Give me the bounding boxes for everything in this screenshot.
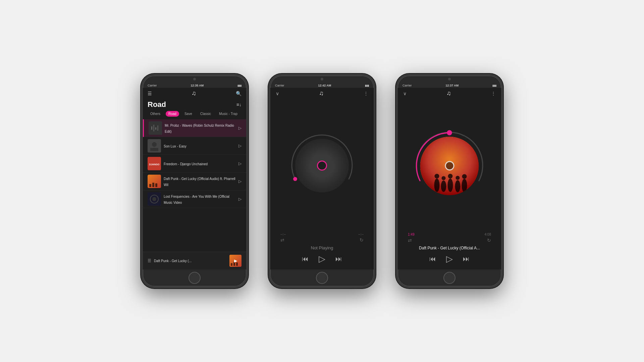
- chevron-down-icon-3[interactable]: ∨: [403, 91, 407, 96]
- song-info-1: Mr. Probz - Waves (Robin Schulz Remix Ra…: [165, 122, 236, 134]
- svg-point-29: [448, 174, 453, 178]
- repeat-btn-2[interactable]: ↻: [360, 237, 364, 243]
- more-options-icon-2[interactable]: ⋮: [364, 91, 368, 96]
- song-item-5[interactable]: Lost Frequencies - Are You With Me (Offi…: [143, 190, 246, 208]
- more-options-icon-3[interactable]: ⋮: [491, 91, 496, 96]
- time-elapsed-3: 1:49: [408, 233, 414, 236]
- song-item-3[interactable]: DJANGO Freedom - Django Unchained ▷: [143, 155, 246, 173]
- sort-icon: ≡↓: [236, 102, 241, 107]
- music-note-icon: ♫: [192, 90, 196, 97]
- song-title-player: Daft Punk - Get Lucky (Official A...: [398, 246, 501, 254]
- song-info-4: Daft Punk - Get Lucky (Official Audio) f…: [164, 175, 236, 187]
- playlist-title: Road: [148, 100, 166, 109]
- controls-row-3: ⇄ ↻: [398, 238, 501, 243]
- play-btn-3[interactable]: ▷: [238, 161, 241, 166]
- home-button-2[interactable]: [316, 272, 328, 284]
- carrier-text-3: Carrier: [402, 84, 412, 87]
- vinyl-circle-2: [288, 132, 356, 199]
- svg-point-26: [441, 180, 446, 192]
- phone-2-bottom: [270, 269, 374, 286]
- shuffle-btn-2[interactable]: ⇄: [280, 237, 284, 243]
- phone-3: Carrier 12:37 AM ▮▮▮ ∨ ♫ ⋮: [396, 74, 503, 288]
- play-btn-2[interactable]: ▷: [238, 143, 241, 148]
- next-btn-3[interactable]: ⏭: [463, 255, 470, 263]
- cat-classic[interactable]: Classic: [198, 111, 214, 117]
- time-display: 12:35 AM: [191, 84, 204, 87]
- next-btn-2[interactable]: ⏭: [335, 255, 342, 263]
- phone-1: Carrier 12:35 AM ▮▮▮ ☰ ♫ 🔍 Road ≡↓ Other…: [141, 74, 248, 288]
- front-camera-3: [448, 78, 451, 80]
- shuffle-btn-3[interactable]: ⇄: [408, 238, 412, 243]
- prev-btn-3[interactable]: ⏮: [429, 255, 436, 263]
- phone-3-screen: ∨ ♫ ⋮: [398, 88, 501, 269]
- mini-menu-icon[interactable]: ☰: [148, 258, 151, 263]
- mini-player-title: Daft Punk - Get Lucky (...: [154, 259, 227, 263]
- cat-others[interactable]: Others: [148, 111, 163, 117]
- playlist-title-row: Road ≡↓: [143, 99, 246, 111]
- prev-btn-2[interactable]: ⏮: [302, 255, 309, 263]
- svg-rect-1: [151, 126, 152, 130]
- cat-road[interactable]: Road: [166, 111, 179, 117]
- play-btn-main-3[interactable]: ▷: [446, 254, 453, 264]
- player-header-3: ∨ ♫ ⋮: [398, 88, 501, 99]
- phone-1-bottom: [143, 269, 246, 286]
- repeat-btn-3[interactable]: ↻: [487, 238, 491, 243]
- main-controls-2: ⏮ ▷ ⏭: [270, 254, 374, 269]
- svg-rect-7: [150, 148, 158, 151]
- svg-rect-3: [155, 127, 156, 130]
- play-btn-4[interactable]: ▷: [238, 179, 241, 184]
- phone1-header: ☰ ♫ 🔍: [143, 88, 246, 99]
- album-art-3: [420, 136, 479, 195]
- song-item-2[interactable]: Son Lux - Easy ▷: [143, 137, 246, 155]
- search-icon[interactable]: 🔍: [236, 91, 241, 96]
- song-thumb-1: [149, 121, 162, 135]
- svg-point-24: [434, 178, 440, 192]
- vinyl-disc-3: [420, 136, 479, 195]
- vinyl-center-3: [445, 161, 454, 171]
- song-info-5: Lost Frequencies - Are You With Me (Offi…: [164, 193, 236, 205]
- vinyl-area-3: [398, 99, 501, 233]
- home-button-3[interactable]: [443, 272, 455, 284]
- home-button-1[interactable]: [189, 272, 201, 284]
- status-bar-2: Carrier 12:42 AM ▮▮▮: [270, 82, 374, 88]
- svg-point-33: [462, 174, 467, 179]
- cat-save[interactable]: Save: [182, 111, 195, 117]
- time-total-3: 4:08: [485, 233, 491, 236]
- music-note-icon-2: ♫: [319, 90, 324, 97]
- svg-rect-13: [155, 183, 157, 187]
- menu-icon[interactable]: ☰: [148, 91, 152, 96]
- svg-text:DJANGO: DJANGO: [149, 163, 160, 166]
- music-note-icon-3: ♫: [446, 90, 451, 97]
- song-item-4[interactable]: Daft Punk - Get Lucky (Official Audio) f…: [143, 173, 246, 190]
- status-bar-1: Carrier 12:35 AM ▮▮▮: [143, 82, 246, 88]
- play-btn-5[interactable]: ▷: [238, 197, 241, 201]
- song-item-1[interactable]: Mr. Probz - Waves (Robin Schulz Remix Ra…: [143, 119, 246, 137]
- svg-point-31: [456, 176, 460, 180]
- svg-rect-4: [157, 125, 158, 131]
- carrier-text-2: Carrier: [275, 84, 284, 87]
- chevron-down-icon-2[interactable]: ∨: [276, 91, 279, 96]
- controls-row-2: ⇄ ↻: [270, 237, 374, 243]
- play-btn-1[interactable]: ▷: [238, 126, 241, 130]
- main-controls-3: ⏮ ▷ ⏭: [398, 254, 501, 269]
- svg-rect-18: [231, 263, 232, 266]
- status-icons-3: ▮▮▮: [492, 84, 496, 87]
- time-display-3: 12:37 AM: [445, 84, 459, 87]
- time-display-2: 12:42 AM: [318, 84, 331, 87]
- play-btn-main-2[interactable]: ▷: [319, 254, 325, 264]
- song-name-1: Mr. Probz - Waves (Robin Schulz Remix Ra…: [165, 124, 234, 133]
- front-camera-2: [321, 78, 323, 80]
- phone-1-top: [143, 76, 246, 82]
- phone-3-bottom: [398, 269, 501, 286]
- song-name-2: Son Lux - Easy: [164, 144, 186, 148]
- phone-2-top: [270, 76, 374, 82]
- svg-point-16: [152, 197, 156, 201]
- svg-point-27: [442, 176, 446, 180]
- status-bar-3: Carrier 12:37 AM ▮▮▮: [398, 82, 501, 88]
- song-name-5: Lost Frequencies - Are You With Me (Offi…: [164, 195, 229, 204]
- vinyl-center-2: [317, 161, 327, 171]
- song-thumb-3: DJANGO: [148, 157, 161, 170]
- cat-music-trap[interactable]: Music - Trap: [216, 111, 240, 117]
- mini-player[interactable]: ☰ Daft Punk - Get Lucky (... ▶: [143, 252, 246, 269]
- mini-player-thumb: ▶: [229, 255, 241, 267]
